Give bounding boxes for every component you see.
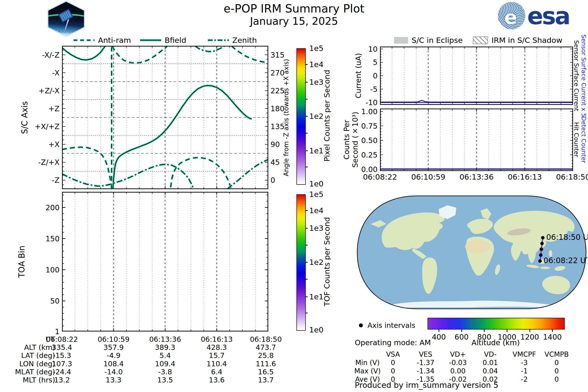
colorbar-tick	[305, 150, 308, 151]
legend-item-zenith: Zenith	[208, 36, 257, 44]
colorbar-minor-tick	[305, 99, 308, 100]
track-end-time: 06:18:50 UT	[546, 233, 588, 242]
voltage-cell: 0.01	[483, 359, 498, 367]
voltage-cell: -1	[521, 367, 528, 375]
tof-colorbar-title: TOF Counts per Second	[322, 217, 331, 306]
track-point-06:08:22	[538, 259, 542, 263]
voltage-cell: 0.02	[483, 375, 498, 384]
toa-ytick-label: 50	[50, 297, 60, 305]
dashed-line-icon	[74, 38, 94, 42]
current-plot	[380, 46, 573, 105]
solid-line-icon	[140, 38, 161, 42]
voltage-row-label: Max (V)	[354, 367, 381, 375]
java	[540, 266, 550, 269]
plot-att-svg	[62, 46, 268, 189]
counters-ytick-label: 0.75	[361, 122, 378, 130]
voltage-row-label: Min (V)	[355, 359, 380, 367]
ephemeris-cell: 107.3	[52, 360, 72, 368]
voltage-column-header: VMCPF	[512, 350, 536, 358]
cbar-tof-tick-label: 1e0	[309, 325, 324, 334]
ephemeris-cell: 13.7	[258, 376, 274, 384]
ephemeris-cell: 110.4	[206, 360, 227, 368]
altitude-tick	[530, 329, 530, 332]
colorbar-tick	[305, 228, 308, 228]
sensor-surface-current-line	[380, 100, 573, 102]
voltage-column-header: VSA	[386, 350, 400, 358]
sensor-surface-current-x5-label: Sensor Surface Current x 5	[580, 34, 587, 117]
anti-ram-curve	[112, 46, 168, 63]
current-ylabel: Current (uA)	[354, 53, 362, 98]
track-start-time: 06:08:22 UT	[544, 256, 588, 265]
ephemeris-row-label: LON (deg)	[19, 360, 55, 368]
ephemeris-cell: 357.9	[104, 343, 124, 352]
anti-ram-curve-core	[171, 158, 231, 189]
esa-logo: esa	[527, 2, 570, 30]
voltage-cell: 0	[391, 367, 395, 375]
time-tick-label: 06:08:22	[363, 172, 397, 181]
attitude-right-ytick-label: 45	[270, 158, 280, 166]
eclipse-label: S/C in Eclipse	[412, 36, 463, 44]
zenith-curve-core	[227, 160, 268, 189]
voltage-row-label: Ave (V)	[355, 375, 380, 384]
counters-ytick-label: 0.50	[361, 136, 378, 144]
ephemeris-cell: 335.4	[52, 343, 72, 352]
axis-interval-dot-icon	[359, 324, 363, 327]
toa-ytick-label: 1	[55, 327, 60, 336]
ephemeris-cell: 06:10:59	[98, 335, 129, 344]
altitude-tick	[484, 329, 484, 332]
attitude-ytick-label: -Z/+X	[38, 158, 60, 166]
attitude-right-ytick-label: 90	[270, 140, 280, 149]
legend-item-bfield: Bfield	[140, 36, 186, 44]
voltage-cell: -0.02	[449, 375, 467, 384]
plot-cnt-svg	[380, 108, 573, 171]
legend-label: Zenith	[232, 36, 257, 44]
ephemeris-row-label: MLT (hrs)	[23, 376, 55, 384]
voltage-cell: -3	[521, 359, 528, 367]
ephemeris-row-label: ALT (km)	[24, 343, 55, 352]
colorbar-minor-tick	[305, 279, 308, 280]
ephemeris-cell: 473.7	[256, 343, 276, 352]
colorbar-tick	[305, 116, 308, 116]
colorbar-tick	[305, 82, 308, 82]
esa-globe-icon: e	[498, 2, 525, 30]
ephemeris-cell: 06:18:50	[250, 335, 282, 344]
ephemeris-cell: -3.8	[158, 368, 172, 376]
colorbar-tick	[305, 64, 308, 65]
colorbar-tick	[305, 210, 308, 211]
hit-counter-label: Hit Counter	[573, 122, 580, 157]
attitude-ytick-label: -Z	[52, 176, 60, 184]
zenith-curve-core	[62, 164, 194, 189]
voltage-column-header: VCMPB	[545, 350, 569, 358]
legend-label: Anti-ram	[98, 36, 131, 44]
voltage-cell: 0.04	[483, 367, 498, 375]
voltage-cell: 0	[391, 375, 395, 384]
colorbar-tick	[305, 296, 308, 297]
sahara	[465, 240, 491, 253]
counters-ytick-label: 1.00	[361, 107, 378, 116]
current-ytick-label: 0	[373, 72, 378, 80]
attitude-ylabel: S/C Axis	[20, 101, 30, 134]
cbar-pix-tick-label: 1e5	[309, 44, 324, 53]
toa-ylabel: TOA Bin	[17, 246, 26, 278]
detect-counter-label: Detect Counter	[580, 116, 587, 163]
voltage-cell: 0	[554, 367, 559, 375]
voltage-cell: -1.37	[417, 359, 434, 367]
attitude-right-ytick-label: 0	[270, 176, 275, 184]
cbar-tof-tick-label: 1e2	[309, 258, 324, 266]
colorbar-minor-tick	[305, 133, 308, 134]
toa-ytick-label: 150	[46, 234, 60, 243]
voltage-cell: 0	[391, 359, 395, 367]
map-box-svg: 06:18:50 UT06:08:22 UT	[356, 194, 588, 311]
shadow-label: IRM in S/C Shadow	[492, 36, 562, 44]
ephemeris-cell: 13.3	[106, 376, 122, 384]
counters-ytick-label: 0.25	[361, 150, 378, 159]
cbar-tof-tick-label: 1e4	[309, 206, 324, 215]
bfield-curve	[113, 86, 252, 189]
altitude-colorbar	[428, 318, 565, 330]
ephemeris-cell: 06:13:36	[149, 335, 181, 344]
shadow-swatch	[473, 36, 488, 44]
ephemeris-cell: 06:08:22	[46, 335, 78, 344]
cassiope-label: CASSIOPE	[47, 29, 86, 34]
voltage-cell: -0.03	[449, 359, 467, 367]
esa-e-glyph: e	[504, 6, 517, 28]
